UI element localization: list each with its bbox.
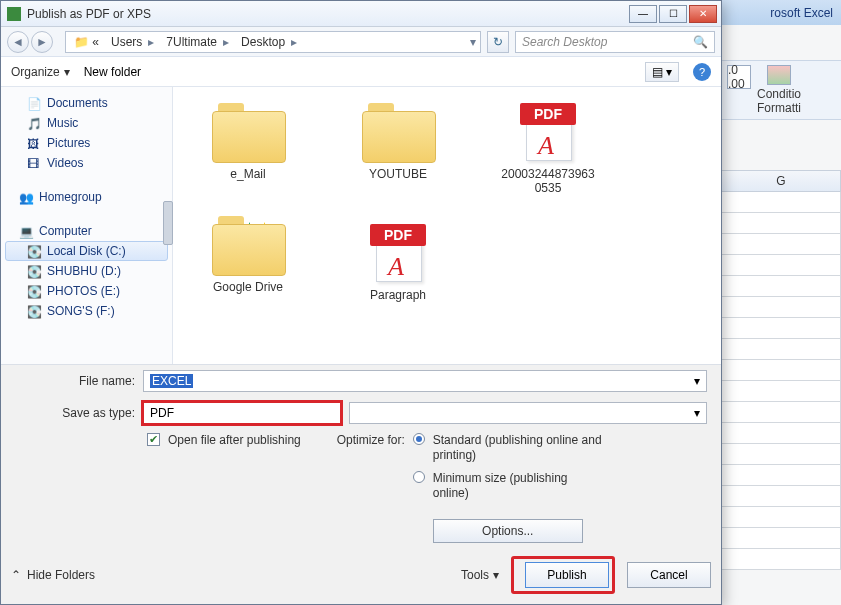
cell[interactable] <box>721 465 841 486</box>
options-button[interactable]: Options... <box>433 519 583 543</box>
drive-icon: 💽 <box>27 285 41 297</box>
cell[interactable] <box>721 402 841 423</box>
drive-icon: 💽 <box>27 265 41 277</box>
filename-input[interactable]: EXCEL▾ <box>143 370 707 392</box>
new-folder-button[interactable]: New folder <box>84 65 141 79</box>
cell[interactable] <box>721 507 841 528</box>
hide-folders-button[interactable]: ⌃Hide Folders <box>11 568 95 582</box>
cell[interactable] <box>721 318 841 339</box>
chevron-down-icon: ▾ <box>64 65 70 79</box>
file-item-paragraph[interactable]: PDFAParagraph <box>343 224 453 302</box>
excel-brand: rosoft Excel <box>770 6 833 20</box>
search-placeholder: Search Desktop <box>522 35 607 49</box>
chevron-down-icon[interactable]: ▾ <box>694 406 706 420</box>
chevron-down-icon: ▾ <box>493 568 499 582</box>
ribbon-group: .0 .00 ConditioFormatti <box>721 60 841 120</box>
excel-icon <box>7 7 21 21</box>
organize-button[interactable]: Organize ▾ <box>11 65 70 79</box>
sidebar-item-computer[interactable]: 💻Computer <box>5 221 168 241</box>
optimize-label: Optimize for: <box>337 433 405 447</box>
cell[interactable] <box>721 276 841 297</box>
cell[interactable] <box>721 192 841 213</box>
file-item-pdfnum[interactable]: PDFA20003244873963 0535 <box>493 103 603 196</box>
sidebar-item-documents[interactable]: 📄Documents <box>5 93 168 113</box>
radio-icon <box>413 433 425 445</box>
cell[interactable] <box>721 444 841 465</box>
cell[interactable] <box>721 381 841 402</box>
view-mode-button[interactable]: ▤ ▾ <box>645 62 679 82</box>
back-button[interactable]: ◄ <box>7 31 29 53</box>
sidebar-item-drive-e[interactable]: 💽PHOTOS (E:) <box>5 281 168 301</box>
refresh-button[interactable]: ↻ <box>487 31 509 53</box>
file-item-email[interactable]: e_Mail <box>193 103 303 196</box>
close-button[interactable]: ✕ <box>689 5 717 23</box>
publish-button[interactable]: Publish <box>525 562 609 588</box>
documents-icon: 📄 <box>27 97 41 109</box>
optimize-standard-radio[interactable]: Standard (publishing online and printing… <box>413 433 603 463</box>
sidebar-scrollbar[interactable] <box>163 201 173 245</box>
cancel-button[interactable]: Cancel <box>627 562 711 588</box>
forward-button[interactable]: ► <box>31 31 53 53</box>
breadcrumb-seg[interactable]: Users▸ <box>107 35 158 49</box>
pictures-icon: 🖼 <box>27 137 41 149</box>
cell[interactable] <box>721 339 841 360</box>
drive-icon: 💽 <box>27 245 41 257</box>
dialog-title: Publish as PDF or XPS <box>27 7 629 21</box>
conditional-formatting-button[interactable]: ConditioFormatti <box>757 65 801 115</box>
sidebar-item-drive-f[interactable]: 💽SONG'S (F:) <box>5 301 168 321</box>
computer-icon: 💻 <box>19 225 33 237</box>
music-icon: 🎵 <box>27 117 41 129</box>
sidebar-item-pictures[interactable]: 🖼Pictures <box>5 133 168 153</box>
cell[interactable] <box>721 255 841 276</box>
breadcrumb-root[interactable]: 📁 « <box>70 35 103 49</box>
tools-menu[interactable]: Tools▾ <box>461 568 499 582</box>
cell[interactable] <box>721 486 841 507</box>
filename-value: EXCEL <box>150 374 193 388</box>
checkbox-icon: ✔ <box>147 433 160 446</box>
bottom-panel: File name: EXCEL▾ Save as type: PDF ▾ ✔ … <box>1 364 721 604</box>
file-item-youtube[interactable]: YOUTUBE <box>343 103 453 196</box>
videos-icon: 🎞 <box>27 157 41 169</box>
cell[interactable] <box>721 234 841 255</box>
decimal-icon: .0 .00 <box>727 65 751 89</box>
minimize-button[interactable]: — <box>629 5 657 23</box>
publish-dialog: Publish as PDF or XPS — ☐ ✕ ◄ ► 📁 « User… <box>0 0 722 605</box>
radio-icon <box>413 471 425 483</box>
maximize-button[interactable]: ☐ <box>659 5 687 23</box>
help-button[interactable]: ? <box>693 63 711 81</box>
sidebar-item-music[interactable]: 🎵Music <box>5 113 168 133</box>
breadcrumb-seg[interactable]: 7Ultimate▸ <box>162 35 233 49</box>
excel-window-bg: rosoft Excel .0 .00 ConditioFormatti G <box>721 0 841 605</box>
breadcrumb-seg[interactable]: Desktop▸ <box>237 35 301 49</box>
breadcrumb-dropdown-icon[interactable]: ▾ <box>470 35 476 49</box>
drive-icon: 💽 <box>27 305 41 317</box>
pdf-icon: PDFA <box>512 103 584 161</box>
folder-icon: ↗ <box>212 216 284 274</box>
open-after-checkbox[interactable]: ✔ Open file after publishing <box>147 433 301 448</box>
saveastype-value: PDF <box>150 406 174 420</box>
cell[interactable] <box>721 213 841 234</box>
chevron-up-icon: ⌃ <box>11 568 21 582</box>
homegroup-icon: 👥 <box>19 191 33 203</box>
optimize-minimum-radio[interactable]: Minimum size (publishing online) <box>413 471 603 501</box>
worksheet-column: G <box>721 170 841 570</box>
cond-fmt-icon <box>767 65 791 85</box>
chevron-down-icon[interactable]: ▾ <box>694 374 700 388</box>
cell[interactable] <box>721 549 841 570</box>
cell[interactable] <box>721 528 841 549</box>
search-input[interactable]: Search Desktop 🔍 <box>515 31 715 53</box>
file-item-gdrive[interactable]: ↗Google Drive <box>193 216 303 302</box>
column-header-g[interactable]: G <box>721 170 841 192</box>
folder-icon <box>362 103 434 161</box>
sidebar-item-drive-d[interactable]: 💽SHUBHU (D:) <box>5 261 168 281</box>
saveastype-combo[interactable]: PDF <box>143 402 341 424</box>
sidebar-item-drive-c[interactable]: 💽Local Disk (C:) <box>5 241 168 261</box>
cell[interactable] <box>721 360 841 381</box>
decimals-group[interactable]: .0 .00 <box>727 65 751 115</box>
optimize-label-row: Optimize for: <box>337 433 405 447</box>
cell[interactable] <box>721 297 841 318</box>
sidebar-item-videos[interactable]: 🎞Videos <box>5 153 168 173</box>
cell[interactable] <box>721 423 841 444</box>
sidebar-item-homegroup[interactable]: 👥Homegroup <box>5 187 168 207</box>
breadcrumb[interactable]: 📁 « Users▸ 7Ultimate▸ Desktop▸ ▾ <box>65 31 481 53</box>
